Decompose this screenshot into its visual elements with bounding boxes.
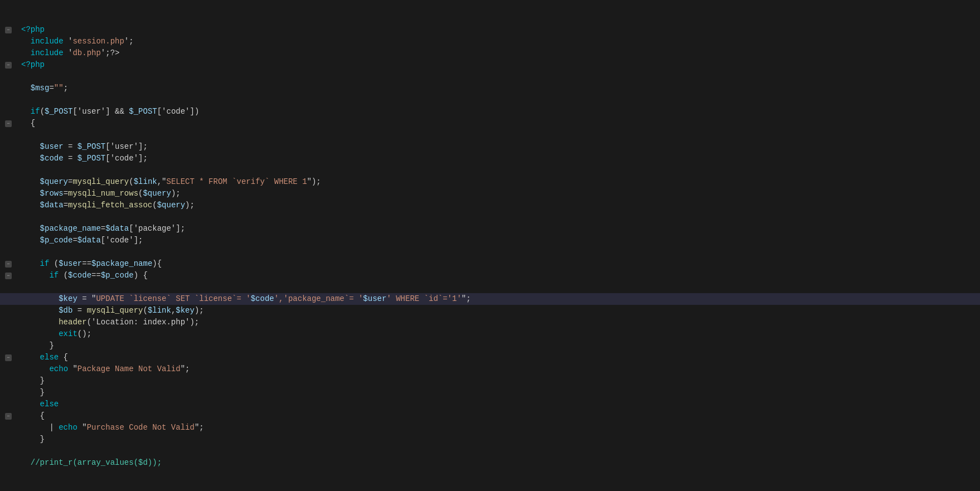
code-area: −<?php include 'session.php'; include 'd… — [0, 0, 980, 491]
code-token: "; — [181, 363, 190, 376]
code-line: − if ($code==$p_code) { — [0, 270, 980, 281]
code-token: "; — [462, 293, 471, 305]
fold-marker[interactable]: − — [5, 27, 12, 33]
code-token: mysqli_query — [87, 305, 143, 317]
code-token: else — [40, 352, 59, 364]
code-token — [21, 328, 59, 341]
fold-marker[interactable]: − — [5, 413, 12, 420]
code-token: { — [21, 118, 35, 130]
code-token: <?php — [21, 59, 45, 71]
code-token — [21, 82, 31, 95]
code-token: = — [64, 188, 68, 200]
code-line: − { — [0, 410, 980, 422]
fold-marker[interactable]: − — [5, 120, 12, 127]
code-line: $key = "UPDATE `license` SET `license`= … — [0, 293, 980, 305]
code-token: ';?> — [101, 47, 120, 60]
code-token: echo — [49, 363, 68, 376]
code-token: ' WHERE `id`='1' — [386, 293, 461, 305]
code-line: $data=mysqli_fetch_assoc($query); — [0, 200, 980, 211]
code-token: $package_name — [91, 258, 152, 270]
code-token: "" — [54, 82, 64, 95]
code-token: $db — [59, 305, 72, 317]
code-line: − { — [0, 118, 980, 129]
code-token: ); — [185, 200, 195, 212]
code-line: $query=mysqli_query($link,"SELECT * FROM… — [0, 176, 980, 188]
code-token: = — [49, 82, 54, 95]
code-token: $query — [143, 188, 171, 200]
code-token: ); — [195, 305, 204, 317]
code-token: { — [59, 352, 68, 364]
code-token: if — [40, 258, 50, 270]
fold-marker[interactable]: − — [5, 261, 12, 268]
code-token: = — [64, 141, 77, 153]
code-token: $link — [134, 176, 157, 188]
code-line: −<?php — [0, 59, 980, 71]
code-line: | echo "Purchase Code Not Valid"; — [0, 422, 980, 434]
code-token: $_POST — [77, 141, 105, 153]
code-token — [21, 153, 40, 165]
code-token — [21, 36, 31, 48]
code-token: ['code']; — [105, 153, 148, 165]
code-token — [21, 305, 59, 317]
code-token: if — [31, 106, 40, 118]
code-line: $user = $_POST['user']; — [0, 141, 980, 153]
code-token: echo — [59, 422, 77, 434]
code-token — [21, 293, 59, 305]
code-token: $query — [40, 176, 68, 188]
code-token: } — [21, 434, 45, 446]
code-token — [21, 141, 40, 153]
code-token: $_POST — [129, 106, 157, 118]
code-token: $msg — [31, 82, 50, 95]
code-line: − else { — [0, 352, 980, 363]
code-token: = — [68, 176, 72, 188]
code-token: $_POST — [45, 106, 72, 118]
fold-marker[interactable]: − — [5, 273, 12, 279]
code-token: = — [64, 153, 77, 165]
code-line — [0, 480, 980, 491]
code-token: ',' — [274, 293, 288, 305]
code-line: $code = $_POST['code']; — [0, 153, 980, 164]
code-token: ' — [64, 36, 73, 48]
code-token: $user — [40, 141, 64, 153]
fold-marker[interactable]: − — [5, 62, 12, 69]
code-token — [21, 352, 40, 364]
code-token: <?php — [21, 24, 45, 36]
code-token: Purchase Code Not Valid — [87, 422, 195, 434]
code-line — [0, 71, 980, 82]
code-token: if — [49, 270, 59, 282]
code-token: ( — [40, 106, 45, 118]
code-token: $code — [68, 270, 91, 282]
code-token: ) { — [134, 270, 148, 282]
code-token: $key — [176, 305, 195, 317]
code-token: = — [64, 200, 68, 212]
code-token — [21, 176, 40, 188]
code-token: " — [68, 363, 77, 376]
code-line: $package_name=$data['package']; — [0, 223, 980, 235]
code-line: −<?php — [0, 24, 980, 36]
code-token — [21, 317, 59, 329]
code-line: − if ($user==$package_name){ — [0, 258, 980, 270]
code-token: = — [72, 305, 86, 317]
code-line: $p_code=$data['code']; — [0, 235, 980, 246]
code-token: `= ' — [345, 293, 363, 305]
code-token — [21, 258, 40, 270]
code-token — [21, 235, 40, 247]
fold-marker[interactable]: − — [5, 354, 12, 361]
code-line: echo "Package Name Not Valid"; — [0, 363, 980, 375]
code-token: $rows — [40, 188, 64, 200]
code-token: $package_name — [40, 223, 101, 235]
code-token: ['user'] && — [72, 106, 129, 118]
code-token: (); — [77, 328, 91, 341]
code-token: == — [91, 270, 101, 282]
code-token — [21, 363, 49, 376]
code-line: else — [0, 398, 980, 410]
code-token — [21, 106, 31, 118]
code-token — [21, 270, 49, 282]
code-token: ( — [152, 200, 157, 212]
code-token: $data — [77, 235, 101, 247]
code-line: exit(); — [0, 328, 980, 340]
code-token: "; — [195, 422, 204, 434]
code-token: //print_r(array_values($d)); — [31, 457, 162, 469]
code-token: = — [101, 223, 105, 235]
code-token: mysqli_fetch_assoc — [68, 200, 152, 212]
